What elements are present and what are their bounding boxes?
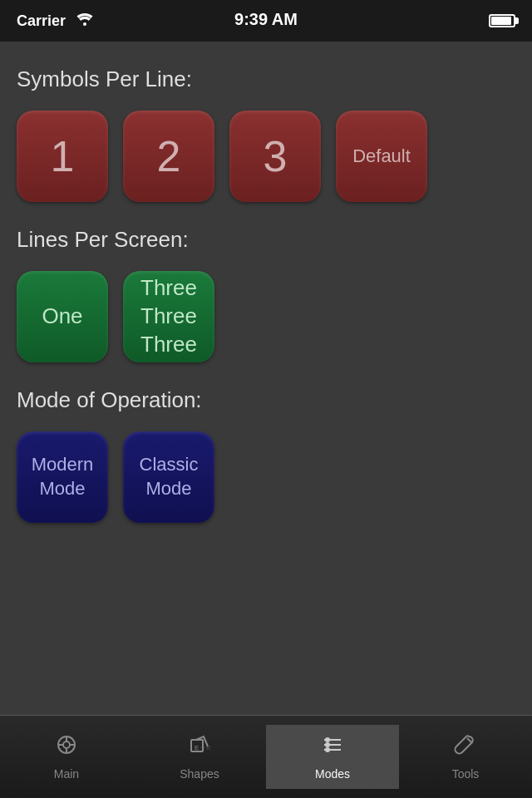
svg-point-14: [326, 748, 329, 751]
mode-of-operation-section: Mode of Operation: ModernMode ClassicMod…: [17, 387, 515, 523]
main-tab-label: Main: [54, 767, 79, 781]
lines-per-screen-section: Lines Per Screen: One ThreeThreeThree: [17, 227, 515, 362]
symbol-default-button[interactable]: Default: [336, 111, 427, 202]
mode-button-row: ModernMode ClassicMode: [17, 431, 515, 523]
symbol-1-button[interactable]: 1: [17, 111, 108, 202]
svg-point-0: [83, 22, 86, 26]
modern-mode-button[interactable]: ModernMode: [17, 431, 108, 523]
lines-button-row: One ThreeThreeThree: [17, 271, 515, 362]
lines-three-button[interactable]: ThreeThreeThree: [123, 271, 214, 362]
battery-icon: [489, 14, 515, 27]
main-content: Symbols Per Line: 1 2 3 Default Lines Pe…: [0, 42, 532, 523]
symbol-2-button[interactable]: 2: [123, 111, 214, 202]
symbols-per-line-section: Symbols Per Line: 1 2 3 Default: [17, 66, 515, 202]
svg-point-12: [326, 738, 329, 741]
lines-per-screen-label: Lines Per Screen:: [17, 227, 515, 253]
shapes-tab-label: Shapes: [180, 767, 219, 781]
wifi-icon: [76, 12, 94, 29]
symbols-per-line-label: Symbols Per Line:: [17, 66, 515, 92]
svg-point-13: [326, 743, 329, 746]
tools-tab-label: Tools: [452, 767, 480, 781]
tools-tab-icon: [454, 733, 477, 762]
modes-tab-icon: [321, 733, 344, 762]
main-tab-icon: [55, 733, 78, 762]
symbol-3-button[interactable]: 3: [229, 111, 321, 202]
mode-of-operation-label: Mode of Operation:: [17, 387, 515, 413]
carrier-label: Carrier: [17, 12, 66, 30]
symbols-button-row: 1 2 3 Default: [17, 111, 515, 202]
tab-tools[interactable]: Tools: [399, 725, 532, 789]
tab-main[interactable]: Main: [0, 725, 133, 789]
modes-tab-label: Modes: [315, 767, 350, 781]
tab-bar: Main E→☆ Shapes Modes: [0, 715, 532, 798]
svg-line-15: [467, 738, 472, 743]
svg-text:E→☆: E→☆: [195, 744, 211, 751]
lines-one-button[interactable]: One: [17, 271, 108, 362]
battery-container: [489, 14, 515, 27]
shapes-tab-icon: E→☆: [188, 733, 211, 762]
carrier-info: Carrier: [17, 12, 94, 30]
status-bar: Carrier 9:39 AM: [0, 0, 532, 42]
svg-point-2: [63, 741, 70, 748]
status-time: 9:39 AM: [234, 10, 298, 29]
classic-mode-button[interactable]: ClassicMode: [123, 431, 214, 523]
tab-modes[interactable]: Modes: [266, 725, 399, 789]
tab-shapes[interactable]: E→☆ Shapes: [133, 725, 266, 789]
